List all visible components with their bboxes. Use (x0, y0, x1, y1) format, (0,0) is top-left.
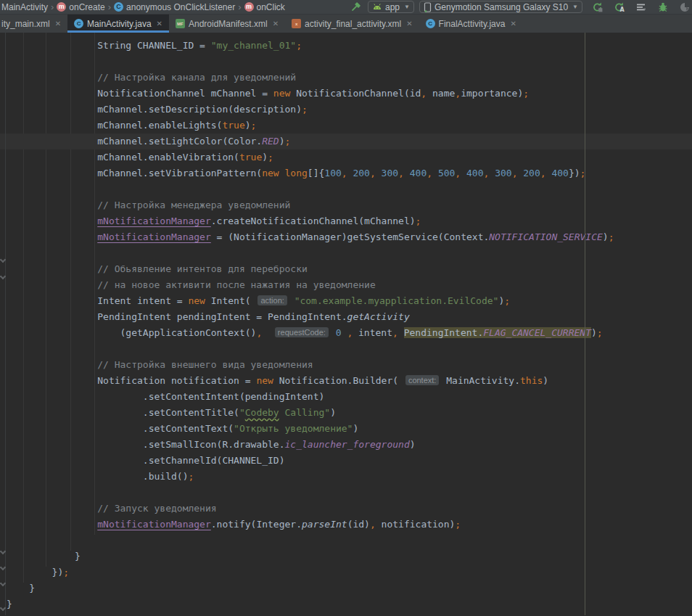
code-line[interactable]: mChannel.setLightColor(Color.RED); (7, 134, 692, 149)
debug-button[interactable] (656, 1, 670, 14)
svg-text:A: A (619, 7, 625, 13)
chevron-down-icon: ▼ (404, 4, 410, 10)
profiler-icon (679, 1, 691, 13)
device-phone-icon (424, 2, 432, 12)
code-line[interactable] (7, 341, 692, 357)
code-line[interactable]: } (7, 549, 692, 564)
code-line[interactable]: .build(); (7, 469, 692, 485)
fold-marker-icon[interactable] (0, 605, 6, 611)
java-file-icon: C (74, 19, 83, 28)
code-line[interactable]: .setContentTitle("Codeby Calling") (7, 405, 692, 421)
code-line[interactable]: mChannel.enableVibration(true); (7, 149, 692, 165)
code-line[interactable]: } (7, 596, 692, 612)
run-list-icon (635, 1, 647, 13)
code-line[interactable]: mNotificationManager = (NotificationMana… (7, 229, 692, 245)
code-line[interactable]: mNotificationManager.createNotificationC… (7, 213, 692, 229)
close-icon[interactable]: ✕ (273, 20, 279, 28)
code-line[interactable]: .setSmallIcon(R.drawable.ic_launcher_for… (7, 437, 692, 453)
breadcrumb-label: MainActivity (1, 2, 48, 12)
run-actions: A (590, 1, 692, 14)
code-line[interactable]: // Настройка канала для уведомлений (7, 70, 692, 86)
parameter-hint: action: (258, 295, 287, 305)
tab-activity_final_acttivity.xml[interactable]: xactivity_final_acttivity.xml✕ (285, 15, 419, 33)
code-line[interactable]: // Настройка менеджера уведомлений (7, 197, 692, 213)
fold-marker-icon[interactable] (0, 257, 6, 263)
breadcrumb-label: onClick (257, 2, 285, 12)
tab-label: MainActivity.java (87, 19, 151, 29)
breadcrumb-label: onCreate (69, 2, 104, 12)
tab-FinalActtivity.java[interactable]: CFinalActtivity.java✕ (419, 15, 523, 33)
breadcrumb-separator: › (238, 1, 241, 12)
run-configuration-label: app (385, 2, 400, 12)
code-line[interactable]: mNotificationManager.notify(Integer.pars… (7, 517, 692, 533)
editor-gutter[interactable] (0, 33, 6, 615)
breadcrumb-item[interactable]: Canonymous OnClickListener (114, 2, 235, 12)
tab-MainActivity.java[interactable]: CMainActivity.java✕ (67, 15, 169, 33)
code-line[interactable]: mChannel.setDescription(description); (7, 102, 692, 118)
code-line[interactable]: // Запуск уведомления (7, 501, 692, 517)
breadcrumb-item[interactable]: monCreate (57, 2, 104, 12)
parameter-hint: requestCode: (275, 327, 329, 337)
code-line[interactable] (7, 54, 692, 70)
code-area[interactable]: String CHANNEL_ID = "my_channel_01"; // … (0, 33, 692, 612)
code-line[interactable]: NotificationChannel mChannel = new Notif… (7, 86, 692, 102)
code-line[interactable]: } (7, 580, 692, 596)
run-configuration-select[interactable]: app ▼ (368, 1, 414, 13)
method-icon: m (57, 2, 66, 12)
code-line[interactable]: PendingIntent pendingIntent = PendingInt… (7, 309, 692, 325)
close-icon[interactable]: ✕ (55, 20, 61, 28)
build-hammer-icon (350, 1, 361, 13)
navigation-bar: MainActivity›monCreate›Canonymous OnClic… (0, 0, 692, 15)
build-button[interactable] (348, 1, 363, 14)
code-line[interactable]: Intent intent = new Intent( action: "com… (7, 293, 692, 309)
device-label: Genymotion Samsung Galaxy S10 (434, 2, 568, 12)
run-list-button[interactable] (634, 1, 648, 14)
code-line[interactable]: // на новое активити после нажатия на ув… (7, 277, 692, 293)
tab-label: activity_final_acttivity.xml (305, 19, 401, 29)
code-line[interactable]: mChannel.setVibrationPattern(new long[]{… (7, 165, 692, 181)
code-line[interactable]: String CHANNEL_ID = "my_channel_01"; (7, 38, 692, 54)
breadcrumb-item[interactable]: monClick (244, 2, 285, 12)
fold-marker-icon[interactable] (0, 549, 6, 554)
device-select[interactable]: Genymotion Samsung Galaxy S10 ▼ (419, 1, 582, 13)
tab-label: FinalActtivity.java (439, 19, 506, 29)
rerun-button[interactable] (590, 1, 605, 14)
close-icon[interactable]: ✕ (157, 20, 162, 28)
code-line[interactable]: (getApplicationContext(), requestCode: 0… (7, 325, 692, 341)
class-icon: C (114, 2, 123, 12)
profiler-button[interactable] (677, 1, 692, 14)
tab-AndroidManifest.xml[interactable]: MFAndroidManifest.xml✕ (169, 15, 285, 33)
code-line[interactable]: .setContentText("Открыть уведомление") (7, 421, 692, 437)
tab-label: ity_main.xml (1, 19, 50, 29)
apply-changes-icon: A (614, 1, 625, 13)
code-line[interactable]: // Обьявление интентов для переброски (7, 261, 692, 277)
breadcrumb-separator: › (108, 1, 111, 12)
breadcrumb-item[interactable]: MainActivity (1, 2, 48, 12)
code-line[interactable] (7, 533, 692, 549)
code-line[interactable]: .setChannelId(CHANNEL_ID) (7, 453, 692, 469)
manifest-file-icon: MF (176, 19, 185, 28)
tab-ity_main.xml[interactable]: ity_main.xml✕ (0, 15, 67, 33)
code-line[interactable]: .setContentIntent(pendingIntent) (7, 389, 692, 405)
chevron-down-icon: ▼ (572, 4, 578, 10)
apply-changes-button[interactable]: A (612, 1, 627, 14)
fold-marker-icon[interactable] (0, 580, 6, 586)
fold-marker-icon[interactable] (0, 564, 6, 570)
breadcrumb-separator: › (51, 1, 54, 12)
method-icon: m (244, 2, 254, 12)
xml-file-icon: x (292, 19, 301, 28)
breadcrumb: MainActivity›monCreate›Canonymous OnClic… (1, 1, 285, 12)
code-line[interactable] (7, 485, 692, 501)
code-line[interactable]: mChannel.enableLights(true); (7, 118, 692, 134)
close-icon[interactable]: ✕ (510, 20, 516, 28)
fold-marker-icon[interactable] (0, 274, 6, 279)
code-line[interactable]: }); (7, 564, 692, 580)
java-file-icon: C (426, 19, 435, 28)
parameter-hint: context: (405, 375, 440, 385)
close-icon[interactable]: ✕ (406, 20, 412, 28)
code-line[interactable]: // Настройка внешнего вида уведомления (7, 357, 692, 373)
code-line[interactable]: Notification notification = new Notifica… (7, 373, 692, 389)
code-line[interactable] (7, 181, 692, 197)
breadcrumb-label: anonymous OnClickListener (126, 2, 235, 12)
code-line[interactable] (7, 245, 692, 261)
